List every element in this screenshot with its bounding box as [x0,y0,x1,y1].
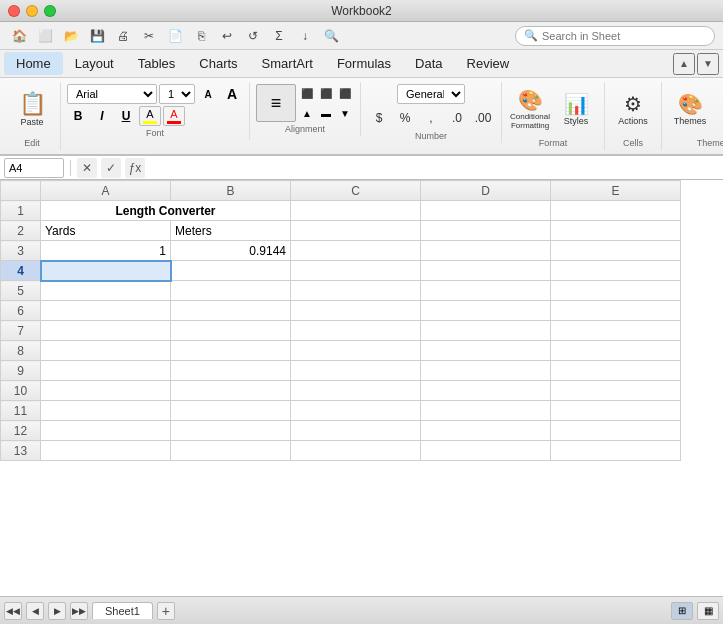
aa-button[interactable]: Aa [714,84,723,136]
align-middle-btn[interactable]: ▬ [317,104,335,122]
menu-smartart[interactable]: SmartArt [250,52,325,75]
highlight-color-button[interactable]: A [139,106,161,126]
font-name-selector[interactable]: Arial [67,84,157,104]
menu-home[interactable]: Home [4,52,63,75]
italic-button[interactable]: I [91,106,113,126]
col-header-c[interactable]: C [291,181,421,201]
paste-button[interactable]: 📋 Paste [10,84,54,136]
undo-icon[interactable]: ↩ [216,25,238,47]
sheet-nav-prev[interactable]: ◀ [26,602,44,620]
col-header-e[interactable]: E [551,181,681,201]
cell-d2[interactable] [421,221,551,241]
sort-icon[interactable]: ↓ [294,25,316,47]
formula-confirm-btn[interactable]: ✓ [101,158,121,178]
copy-icon[interactable]: 📄 [164,25,186,47]
title-bar: Workbook2 [0,0,723,22]
new-doc-icon[interactable]: ⬜ [34,25,56,47]
sheet-nav-first[interactable]: ◀◀ [4,602,22,620]
open-icon[interactable]: 📂 [60,25,82,47]
redo-icon[interactable]: ↺ [242,25,264,47]
close-button[interactable] [8,5,20,17]
col-header-b[interactable]: B [171,181,291,201]
cell-c3[interactable] [291,241,421,261]
cell-b3[interactable]: 0.9144 [171,241,291,261]
themes-button[interactable]: 🎨 Themes [668,84,712,136]
menu-layout[interactable]: Layout [63,52,126,75]
cell-a5[interactable] [41,281,171,301]
formula-fx-btn[interactable]: ƒx [125,158,145,178]
percent-btn[interactable]: % [393,107,417,129]
menu-data[interactable]: Data [403,52,454,75]
minimize-button[interactable] [26,5,38,17]
sum-icon[interactable]: Σ [268,25,290,47]
table-row: 7 [1,321,681,341]
cell-a4[interactable] [41,261,171,281]
cell-a1[interactable]: Length Converter [41,201,291,221]
cell-b2[interactable]: Meters [171,221,291,241]
cell-c1[interactable] [291,201,421,221]
actions-button[interactable]: ⚙ Actions [611,84,655,136]
font-size-increase-btn[interactable]: A [221,84,243,104]
save-icon[interactable]: 💾 [86,25,108,47]
decimal-increase-btn[interactable]: .0 [445,107,469,129]
bottom-right-controls: ⊞ ▦ [671,602,719,620]
comma-btn[interactable]: , [419,107,443,129]
bold-button[interactable]: B [67,106,89,126]
conditional-formatting-button[interactable]: 🎨 ConditionalFormatting [508,84,552,136]
styles-button[interactable]: 📊 Styles [554,84,598,136]
cell-e4[interactable] [551,261,681,281]
cut-icon[interactable]: ✂ [138,25,160,47]
sheet-nav-last[interactable]: ▶▶ [70,602,88,620]
home-icon[interactable]: 🏠 [8,25,30,47]
font-size-selector[interactable]: 12 [159,84,195,104]
font-color-button[interactable]: A [163,106,185,126]
cell-a3[interactable]: 1 [41,241,171,261]
menu-review[interactable]: Review [455,52,522,75]
align-left-btn[interactable]: ⬛ [298,84,316,102]
cell-c4[interactable] [291,261,421,281]
formula-input[interactable] [149,158,719,178]
search-sheet-box[interactable]: 🔍 [515,26,715,46]
maximize-button[interactable] [44,5,56,17]
menu-formulas[interactable]: Formulas [325,52,403,75]
cell-d3[interactable] [421,241,551,261]
sheet-nav-next[interactable]: ▶ [48,602,66,620]
formula-cancel-btn[interactable]: ✕ [77,158,97,178]
align-top-btn[interactable]: ▲ [298,104,316,122]
menu-tables[interactable]: Tables [126,52,188,75]
menu-charts[interactable]: Charts [187,52,249,75]
cell-a2[interactable]: Yards [41,221,171,241]
cell-e1[interactable] [551,201,681,221]
sheet-tab-1[interactable]: Sheet1 [92,602,153,619]
cell-e2[interactable] [551,221,681,241]
font-size-decrease-btn[interactable]: A [197,84,219,104]
ribbon-collapse-btn[interactable]: ▲ [673,53,695,75]
add-sheet-button[interactable]: + [157,602,175,620]
cell-e3[interactable] [551,241,681,261]
align-right-btn[interactable]: ⬛ [336,84,354,102]
col-header-d[interactable]: D [421,181,551,201]
ribbon-expand-btn[interactable]: ▼ [697,53,719,75]
align-center-btn[interactable]: ⬛ [317,84,335,102]
paste-icon[interactable]: ⎘ [190,25,212,47]
normal-view-btn[interactable]: ⊞ [671,602,693,620]
search-input[interactable] [542,30,697,42]
row-header-7: 7 [1,321,41,341]
find-icon[interactable]: 🔍 [320,25,342,47]
number-format-selector[interactable]: General [397,84,465,104]
underline-button[interactable]: U [115,106,137,126]
currency-btn[interactable]: $ [367,107,391,129]
styles-label: Styles [564,116,589,126]
table-row: 1 Length Converter [1,201,681,221]
align-bottom-btn[interactable]: ▼ [336,104,354,122]
formula-bar: A4 ✕ ✓ ƒx [0,156,723,180]
col-header-a[interactable]: A [41,181,171,201]
cell-b4[interactable] [171,261,291,281]
cell-d1[interactable] [421,201,551,221]
cell-c2[interactable] [291,221,421,241]
cell-reference-box[interactable]: A4 [4,158,64,178]
print-icon[interactable]: 🖨 [112,25,134,47]
page-view-btn[interactable]: ▦ [697,602,719,620]
cell-d4[interactable] [421,261,551,281]
decimal-decrease-btn[interactable]: .00 [471,107,495,129]
